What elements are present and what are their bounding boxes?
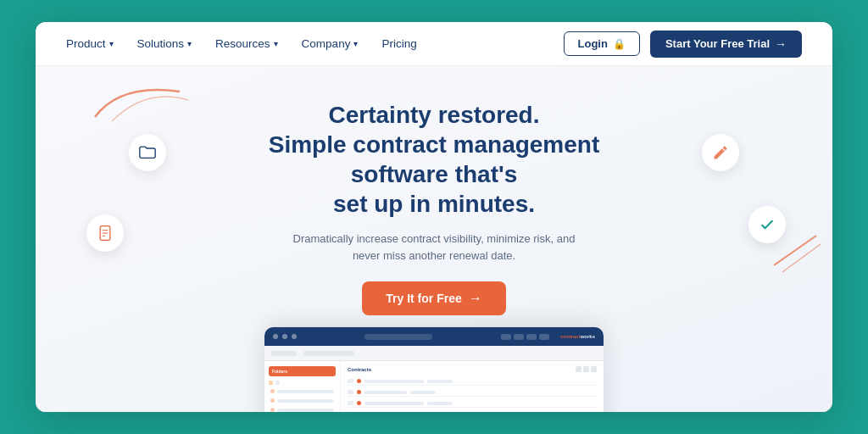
cta-button[interactable]: Try It for Free → — [362, 281, 505, 315]
sidebar-list-item — [269, 406, 336, 412]
mockup-titlebar: contractworks — [264, 327, 604, 346]
hero-text-block: Certainty restored. Simple contract mana… — [222, 100, 646, 315]
mockup-sidebar: Folders — [264, 361, 341, 412]
table-row — [348, 410, 597, 412]
nav-item-company[interactable]: Company ▾ — [302, 37, 359, 50]
arrow-right-icon: → — [469, 291, 482, 306]
deco-curve-icon — [86, 75, 188, 125]
nav-actions: Login 🔒 Start Your Free Trial → — [564, 31, 802, 58]
nav-item-resources[interactable]: Resources ▾ — [215, 37, 278, 50]
chevron-down-icon: ▾ — [109, 39, 114, 48]
titlebar-dot — [292, 334, 297, 339]
nav-item-pricing[interactable]: Pricing — [381, 37, 416, 50]
navbar: Product ▾ Solutions ▾ Resources ▾ Compan… — [36, 22, 832, 66]
sidebar-folder-header: Folders — [269, 366, 336, 376]
login-button[interactable]: Login 🔒 — [564, 31, 640, 56]
table-row — [348, 377, 597, 386]
nav-item-solutions[interactable]: Solutions ▾ — [137, 37, 192, 50]
check-icon-float-wrap — [748, 206, 786, 243]
mockup-main-header: Contracts — [348, 366, 597, 372]
sidebar-list-item — [269, 397, 336, 404]
chevron-down-icon: ▾ — [187, 39, 192, 48]
arrow-right-icon: → — [775, 37, 787, 51]
table-row — [348, 388, 597, 397]
trial-button[interactable]: Start Your Free Trial → — [650, 31, 802, 58]
mockup-toolbar — [264, 346, 604, 361]
mockup-body: Folders — [264, 361, 604, 412]
chevron-down-icon: ▾ — [274, 39, 278, 48]
table-row — [348, 399, 597, 408]
document-icon-float — [86, 214, 124, 252]
titlebar-dot — [273, 334, 278, 339]
titlebar-dot — [282, 334, 287, 339]
pencil-icon-float — [702, 134, 739, 171]
app-mockup: contractworks Folders — [264, 327, 604, 412]
mockup-main-content: Contracts — [341, 361, 604, 412]
nav-item-product[interactable]: Product ▾ — [66, 37, 114, 50]
sidebar-list-item — [269, 387, 336, 395]
checkmark-icon-float — [748, 206, 786, 243]
hero-section: Certainty restored. Simple contract mana… — [36, 66, 832, 412]
nav-links: Product ▾ Solutions ▾ Resources ▾ Compan… — [66, 37, 417, 50]
hero-headline: Certainty restored. Simple contract mana… — [222, 100, 646, 219]
chevron-down-icon: ▾ — [353, 39, 358, 48]
hero-subtext: Dramatically increase contract visibilit… — [281, 231, 587, 264]
folder-icon-float — [129, 134, 166, 171]
deco-lines-icon — [774, 231, 825, 274]
browser-window: Product ▾ Solutions ▾ Resources ▾ Compan… — [36, 22, 832, 412]
lock-icon: 🔒 — [613, 38, 626, 50]
